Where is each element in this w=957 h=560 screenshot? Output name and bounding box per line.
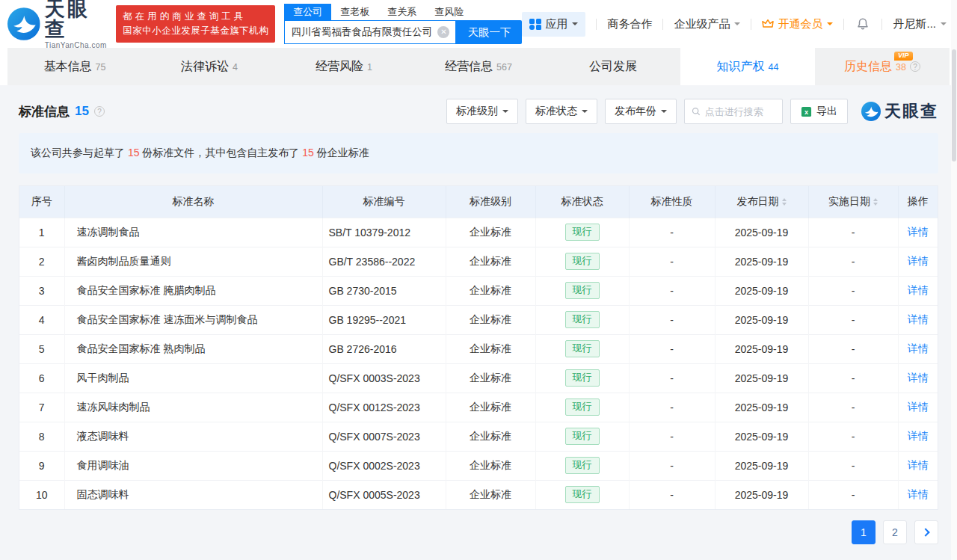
notifications-bell-icon[interactable] [856, 17, 870, 31]
cell-index: 8 [19, 422, 64, 451]
cell-index: 10 [19, 480, 64, 509]
sort-icon[interactable] [873, 198, 878, 206]
header-search: 查公司 查老板 查关系 查风险 ✕ 天眼一下 [284, 4, 522, 44]
username: 丹尼斯... [893, 17, 936, 31]
search-button[interactable]: 天眼一下 [456, 20, 522, 44]
cell-standard-status: 现行 [535, 451, 629, 480]
tab-company-development[interactable]: 公司发展 [546, 48, 680, 85]
cell-implement-date: - [808, 363, 898, 393]
nav-cooperation[interactable]: 商务合作 [607, 17, 652, 31]
export-button[interactable]: x 导出 [790, 99, 848, 124]
cell-standard-status: 现行 [535, 422, 629, 451]
detail-link[interactable]: 详情 [908, 255, 929, 267]
summary-text: 份企业标准 [314, 147, 369, 159]
tab-history-info[interactable]: VIP 历史信息38 ? [815, 48, 950, 85]
cell-action: 详情 [898, 247, 938, 276]
clear-search-icon[interactable]: ✕ [437, 26, 449, 38]
status-badge: 现行 [565, 486, 600, 503]
search-tab-relation[interactable]: 查关系 [378, 4, 425, 20]
table-search-input[interactable] [705, 106, 775, 117]
cell-implement-date: - [808, 422, 898, 451]
tab-legal-proceedings[interactable]: 法律诉讼4 [142, 48, 277, 85]
detail-link[interactable]: 详情 [908, 430, 929, 442]
cell-standard-name: 液态调味料 [64, 422, 322, 451]
cell-standard-level: 企业标准 [446, 305, 535, 334]
scrollbar-thumb[interactable] [952, 49, 956, 161]
status-badge: 现行 [565, 311, 600, 328]
detail-link[interactable]: 详情 [908, 401, 929, 413]
cell-publish-date: 2025-09-19 [715, 422, 808, 451]
detail-link[interactable]: 详情 [908, 226, 929, 238]
filter-standard-status[interactable]: 标准状态 [526, 99, 597, 124]
tianyancha-logo-icon [7, 7, 40, 41]
cell-standard-level: 企业标准 [446, 422, 535, 451]
table-row: 5食品安全国家标准 熟肉制品GB 2726-2016企业标准现行-2025-09… [19, 334, 938, 363]
scrollbar[interactable] [951, 0, 957, 560]
status-badge: 现行 [565, 428, 600, 445]
col-standard-status: 标准状态 [535, 186, 629, 218]
detail-link[interactable]: 详情 [908, 284, 929, 296]
search-input-box: ✕ [284, 20, 456, 44]
sort-icon[interactable] [782, 198, 787, 206]
chevron-down-icon [502, 110, 508, 116]
detail-link[interactable]: 详情 [908, 372, 929, 384]
tab-basic-info[interactable]: 基本信息75 [7, 48, 142, 85]
col-publish-date[interactable]: 发布日期 [715, 186, 808, 218]
cell-standard-status: 现行 [535, 480, 629, 509]
tab-label: 知识产权 [717, 59, 765, 75]
detail-link[interactable]: 详情 [908, 342, 929, 354]
col-label: 发布日期 [737, 195, 779, 209]
cell-standard-name: 风干肉制品 [64, 363, 322, 393]
cell-implement-date: - [808, 480, 898, 509]
help-icon[interactable]: ? [910, 61, 920, 72]
tab-intellectual-property[interactable]: 知识产权44 [680, 48, 815, 85]
nav-open-vip[interactable]: 开通会员 [762, 17, 833, 31]
filter-label: 标准级别 [456, 105, 498, 118]
detail-link[interactable]: 详情 [908, 488, 929, 500]
site-logo[interactable]: 天眼查 TianYanCha.com [7, 0, 108, 49]
tab-label: 经营信息 [445, 59, 493, 75]
cell-publish-date: 2025-09-19 [715, 276, 808, 305]
cell-standard-status: 现行 [535, 334, 629, 363]
nav-apps[interactable]: 应用 [522, 12, 585, 37]
tab-operational-risk[interactable]: 经营风险1 [277, 48, 411, 85]
detail-link[interactable]: 详情 [908, 459, 929, 471]
table-row: 10固态调味料Q/SFX 0005S-2023企业标准现行-2025-09-19… [19, 480, 938, 509]
search-tab-boss[interactable]: 查老板 [331, 4, 378, 20]
tab-count: 75 [96, 62, 106, 73]
tab-label: 经营风险 [316, 59, 363, 75]
vip-badge: VIP [894, 52, 913, 61]
cell-standard-level: 企业标准 [446, 451, 535, 480]
section-header: 标准信息 15 ? 标准级别 标准状态 发布年份 x 导出 [19, 97, 938, 126]
nav-enterprise-products[interactable]: 企业级产品 [674, 17, 740, 31]
nav-user-menu[interactable]: 丹尼斯... [893, 17, 947, 31]
cell-standard-status: 现行 [535, 276, 629, 305]
cell-standard-code: GB/T 23586--2022 [322, 247, 446, 276]
help-icon[interactable]: ? [94, 106, 105, 117]
search-tab-risk[interactable]: 查风险 [425, 4, 473, 20]
filter-label: 发布年份 [615, 105, 656, 118]
chevron-right-icon [921, 528, 929, 536]
chevron-down-icon [582, 110, 588, 116]
table-search-box [684, 99, 783, 124]
cell-standard-name: 速冻调制食品 [64, 218, 322, 247]
cell-index: 4 [19, 305, 64, 334]
filter-publish-year[interactable]: 发布年份 [605, 99, 677, 124]
detail-link[interactable]: 详情 [908, 313, 929, 325]
table-row: 9食用调味油Q/SFX 0002S-2023企业标准现行-2025-09-19-… [19, 451, 938, 480]
tab-business-info[interactable]: 经营信息567 [411, 48, 546, 85]
cell-standard-level: 企业标准 [446, 276, 535, 305]
search-input[interactable] [285, 27, 437, 38]
cell-standard-name: 食品安全国家标准 熟肉制品 [64, 334, 322, 363]
col-standard-nature: 标准性质 [629, 186, 715, 218]
search-tab-company[interactable]: 查公司 [284, 4, 331, 20]
nav-divider [881, 19, 882, 30]
page-button-1[interactable]: 1 [852, 520, 876, 544]
brand-slogan: 都在用的商业查询工具 国家中小企业发展子基金旗下机构 [116, 5, 275, 43]
page-button-2[interactable]: 2 [883, 520, 907, 544]
filter-standard-level[interactable]: 标准级别 [446, 99, 518, 124]
next-page-button[interactable] [914, 520, 938, 544]
col-implement-date[interactable]: 实施日期 [808, 186, 898, 218]
cell-standard-nature: - [629, 247, 715, 276]
cell-standard-code: SB/T 10379-2012 [322, 218, 446, 247]
